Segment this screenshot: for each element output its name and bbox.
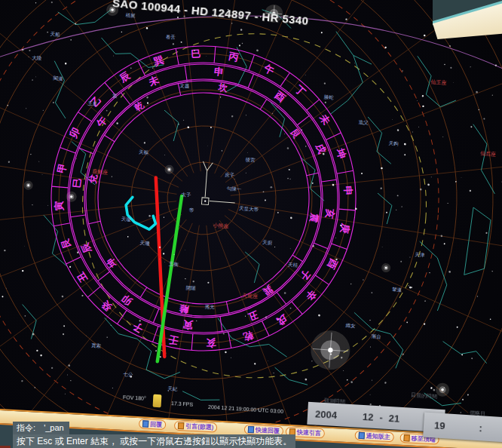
compass-character: 卯 (120, 293, 135, 308)
date-separator: - (379, 412, 383, 423)
star-label: 卷舌 (166, 34, 176, 41)
compass-character: 午 (262, 62, 276, 77)
month-value[interactable]: 12 (363, 410, 374, 422)
compass-character: 亥 (206, 337, 217, 349)
compass-character: 申 (213, 66, 225, 78)
sky-content: 子癸丑艮寅甲卯乙辰巽巳丙午丁未坤申庚酉辛戌乾亥壬子丑寅卯辰巳午未申酉戌亥坎艮震巽… (0, 0, 502, 427)
compass-character: 子 (298, 267, 313, 282)
compass-character: 寅 (182, 319, 194, 331)
star-label: 勾陳一 (227, 186, 242, 192)
star-label: 天紀 (167, 385, 178, 392)
star-label: 搖光 (205, 303, 216, 310)
star-label: 天廚 (262, 240, 273, 246)
star-label: 天鉤 (388, 140, 399, 147)
star-label: 後宮 (245, 157, 256, 164)
command-prompt-label: 指令: (17, 423, 35, 432)
star-label: 天皇大帝 (239, 205, 259, 212)
forum-button-icon (403, 434, 409, 441)
forum-button-label: 快速引言 (297, 428, 322, 437)
compass-character: 乾 (242, 330, 255, 343)
forum-button-icon (248, 426, 254, 433)
compass-character: 午 (93, 115, 109, 130)
constellation-label: 天龍座 (242, 293, 258, 299)
forum-button-2[interactable]: 引言(節選) (174, 421, 218, 433)
star-label: 織女 (344, 323, 356, 329)
star-label: 積屍 (125, 12, 136, 19)
compass-character: 震 (308, 212, 320, 223)
star-label: 七公 (122, 371, 133, 377)
forum-button-label: 通知版主 (366, 431, 390, 441)
selection-marker (200, 161, 237, 207)
luopan-rings: 子癸丑艮寅甲卯乙辰巽巳丙午丁未坤申庚酉辛戌乾亥壬子丑寅卯辰巳午未申酉戌亥坎艮震巽… (41, 35, 366, 361)
cyan-hook-marker (124, 197, 158, 230)
constellation-label: 仙后座 (480, 150, 497, 157)
star-label: 帝 (189, 207, 194, 213)
star-label: 漸台 (371, 333, 381, 340)
star-label: 天樞 (139, 149, 149, 155)
forum-button-icon (178, 422, 184, 429)
star-label: 天津 (415, 252, 425, 259)
star-label: 庶子 (225, 172, 235, 179)
compass-character: 申 (342, 186, 354, 196)
forum-button-label: 引言(節選) (185, 422, 214, 431)
constellation-label: 仙王座 (430, 79, 447, 86)
star-label: 策 (112, 93, 118, 98)
time-separator: : (479, 422, 482, 434)
star-label: 天璣 (139, 240, 149, 246)
forum-button-1[interactable]: 回覆 (139, 419, 167, 430)
compass-character: 巽 (152, 54, 165, 68)
compass-character: 兌 (87, 173, 99, 185)
compass-character: 壬 (167, 333, 179, 346)
compass-character: 坤 (334, 146, 348, 160)
sky-map[interactable]: 子癸丑艮寅甲卯乙辰巽巳丙午丁未坤申庚酉辛戌乾亥壬子丑寅卯辰巳午未申酉戌亥坎艮震巽… (0, 0, 502, 427)
star-label: 貫索 (91, 342, 102, 349)
compass-character: 巳 (191, 48, 201, 60)
compass-character: 亥 (324, 207, 337, 219)
star-label: 造父 (358, 119, 369, 126)
hour-value[interactable]: 19 (434, 419, 445, 431)
boundary-circle (0, 0, 455, 427)
forum-button-5[interactable]: 通知版主 (354, 431, 394, 443)
screenshot-stage: 子癸丑艮寅甲卯乙辰巽巳丙午丁未坤申庚酉辛戌乾亥壬子丑寅卯辰巳午未申酉戌亥坎艮震巽… (0, 0, 502, 448)
star-label: 天棓 (288, 262, 298, 268)
star-labels: 閣道王良策天船大陵積屍卷舌文昌天樞天璇天璣玉衡開陽搖光勾陳一天皇大帝帝太子庶子後… (10, 6, 502, 413)
forum-button-icon (142, 420, 148, 427)
time-widget-caption: 目前的時間 (411, 391, 438, 400)
compass-character: 酉 (325, 256, 340, 271)
compass-character: 寅 (53, 201, 65, 211)
star-label: 天船 (50, 31, 60, 38)
forum-button-icon (359, 432, 365, 439)
compass-character: 甲 (55, 162, 68, 174)
star-label: 大陵 (32, 55, 42, 61)
compass-character: 巳 (71, 177, 83, 189)
star-label: 閣道 (53, 75, 63, 81)
compass-character: 艮 (59, 237, 72, 250)
star-chart-photo: 子癸丑艮寅甲卯乙辰巽巳丙午丁未坤申庚酉辛戌乾亥壬子丑寅卯辰巳午未申酉戌亥坎艮震巽… (0, 0, 502, 427)
star-label: 螣蛇 (323, 94, 334, 101)
compass-character: 離 (179, 303, 190, 315)
compass-character: 酉 (272, 88, 287, 103)
compass-character: 庚 (338, 222, 352, 235)
forum-button-label: 回覆 (150, 420, 163, 429)
compass-character: 卯 (67, 126, 82, 140)
compass-character: 丙 (227, 50, 240, 63)
star-label: 輦道 (392, 287, 403, 293)
star-label: 文昌 (179, 82, 189, 88)
star-label: 王良 (87, 100, 98, 106)
star-label: 天璇 (121, 216, 132, 222)
day-value[interactable]: 21 (388, 412, 399, 424)
star-label: 開陽 (185, 285, 196, 292)
constellation-lines (17, 0, 502, 420)
year-value[interactable]: 2004 (315, 408, 338, 421)
compass-character: 子 (131, 320, 145, 335)
taskbar-fragment (153, 394, 162, 408)
command-prompt[interactable]: 指令: '_pan (13, 422, 69, 435)
command-input-value[interactable]: '_pan (44, 423, 64, 432)
command-hint-text: 按下 Esc 或 Enter 結束， 或按一下滑鼠右邊按鈕以顯示快顯功能表。 (13, 434, 295, 448)
